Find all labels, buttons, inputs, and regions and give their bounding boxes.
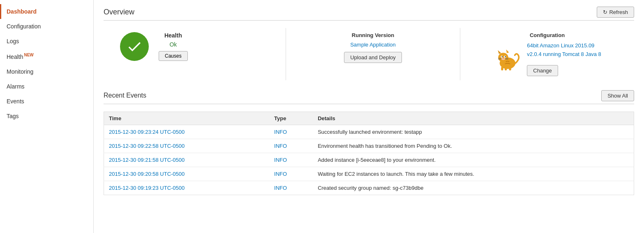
sidebar-item-tags[interactable]: Tags xyxy=(0,109,93,123)
sidebar-item-label: Events xyxy=(7,98,24,105)
overview-divider xyxy=(104,20,634,21)
event-type: INFO xyxy=(269,181,313,195)
sample-application-link[interactable]: Sample Application xyxy=(294,42,452,48)
event-type: INFO xyxy=(269,167,313,181)
col-details: Details xyxy=(313,112,634,125)
sidebar-item-logs[interactable]: Logs xyxy=(0,34,93,49)
events-table: Time Type Details 2015-12-30 09:23:24 UT… xyxy=(104,112,634,195)
col-type: Type xyxy=(269,112,313,125)
event-type: INFO xyxy=(269,139,313,153)
event-time: 2015-12-30 09:23:24 UTC-0500 xyxy=(104,125,270,139)
event-time: 2015-12-30 09:20:58 UTC-0500 xyxy=(104,167,270,181)
health-status: Ok xyxy=(159,41,188,48)
sidebar-item-label: Logs xyxy=(7,38,19,44)
configuration-panel: Configuration xyxy=(460,28,634,80)
event-details: Added instance [i-5eeceae8] to your envi… xyxy=(313,153,634,167)
change-button[interactable]: Change xyxy=(527,65,558,76)
config-text: 64bit Amazon Linux 2015.09 v2.0.4 runnin… xyxy=(527,42,601,76)
checkmark-icon xyxy=(126,38,143,55)
sidebar-item-events[interactable]: Events xyxy=(0,94,93,109)
refresh-icon: ↻ xyxy=(603,9,607,15)
event-details: Environment health has transitioned from… xyxy=(313,139,634,153)
svg-point-1 xyxy=(499,53,509,62)
svg-point-7 xyxy=(502,56,503,57)
causes-button[interactable]: Causes xyxy=(159,51,188,61)
svg-rect-13 xyxy=(509,67,511,70)
svg-marker-4 xyxy=(506,49,509,53)
sidebar-item-dashboard[interactable]: Dashboard xyxy=(0,4,93,19)
events-divider xyxy=(104,104,634,104)
recent-events-header: Recent Events Show All xyxy=(104,90,634,101)
sidebar-item-label: Health xyxy=(7,54,23,60)
table-row: 2015-12-30 09:20:58 UTC-0500 INFO Waitin… xyxy=(104,167,634,181)
event-type: INFO xyxy=(269,125,313,139)
sidebar-item-configuration[interactable]: Configuration xyxy=(0,19,93,34)
sidebar-item-label: Configuration xyxy=(7,23,41,30)
show-all-button[interactable]: Show All xyxy=(601,90,634,101)
refresh-button[interactable]: ↻Refresh xyxy=(597,7,634,18)
overview-panels: Health Ok Causes Running Version Sample … xyxy=(104,28,634,80)
event-details: Successfully launched environment: testa… xyxy=(313,125,634,139)
config-line2-link[interactable]: v2.0.4 running Tomcat 8 Java 8 xyxy=(527,51,601,57)
col-time: Time xyxy=(104,112,270,125)
sidebar-item-label: Monitoring xyxy=(7,68,33,75)
health-info: Health Ok Causes xyxy=(159,32,188,61)
event-time: 2015-12-30 09:19:23 UTC-0500 xyxy=(104,181,270,195)
svg-rect-12 xyxy=(505,67,507,70)
health-ok-icon xyxy=(120,32,149,61)
running-version-title: Running Version xyxy=(294,32,452,38)
recent-events-title: Recent Events xyxy=(104,92,146,99)
svg-rect-11 xyxy=(501,67,503,70)
sidebar-item-monitoring[interactable]: Monitoring xyxy=(0,64,93,79)
overview-title: Overview xyxy=(104,8,134,16)
config-line1-link[interactable]: 64bit Amazon Linux 2015.09 xyxy=(527,42,594,49)
svg-point-8 xyxy=(505,56,506,57)
sidebar-item-label: Alarms xyxy=(7,83,25,90)
table-row: 2015-12-30 09:21:58 UTC-0500 INFO Added … xyxy=(104,153,634,167)
configuration-title: Configuration xyxy=(469,32,626,38)
event-type: INFO xyxy=(269,153,313,167)
sidebar-item-alarms[interactable]: Alarms xyxy=(0,79,93,94)
tomcat-icon xyxy=(493,44,522,73)
table-row: 2015-12-30 09:19:23 UTC-0500 INFO Create… xyxy=(104,181,634,195)
sidebar-item-health[interactable]: HealthNEW xyxy=(0,49,93,64)
upload-deploy-button[interactable]: Upload and Deploy xyxy=(344,52,402,63)
table-row: 2015-12-30 09:22:58 UTC-0500 INFO Enviro… xyxy=(104,139,634,153)
event-time: 2015-12-30 09:22:58 UTC-0500 xyxy=(104,139,270,153)
main-content: Overview ↻Refresh Health Ok Causes Runni… xyxy=(94,0,644,233)
running-version-panel: Running Version Sample Application Uploa… xyxy=(286,28,460,67)
config-panel-inner: 64bit Amazon Linux 2015.09 v2.0.4 runnin… xyxy=(469,42,626,76)
new-badge: NEW xyxy=(24,53,33,57)
health-label: Health xyxy=(159,32,188,39)
table-row: 2015-12-30 09:23:24 UTC-0500 INFO Succes… xyxy=(104,125,634,139)
health-panel: Health Ok Causes xyxy=(104,28,286,65)
sidebar: Dashboard Configuration Logs HealthNEW M… xyxy=(0,0,94,233)
sidebar-item-label: Tags xyxy=(7,113,19,119)
svg-marker-3 xyxy=(498,50,501,54)
event-time: 2015-12-30 09:21:58 UTC-0500 xyxy=(104,153,270,167)
sidebar-item-label: Dashboard xyxy=(7,8,37,15)
table-header-row: Time Type Details xyxy=(104,112,634,125)
overview-header: Overview ↻Refresh xyxy=(104,7,634,18)
event-details: Waiting for EC2 instances to launch. Thi… xyxy=(313,167,634,181)
event-details: Created security group named: sg-c73b9db… xyxy=(313,181,634,195)
